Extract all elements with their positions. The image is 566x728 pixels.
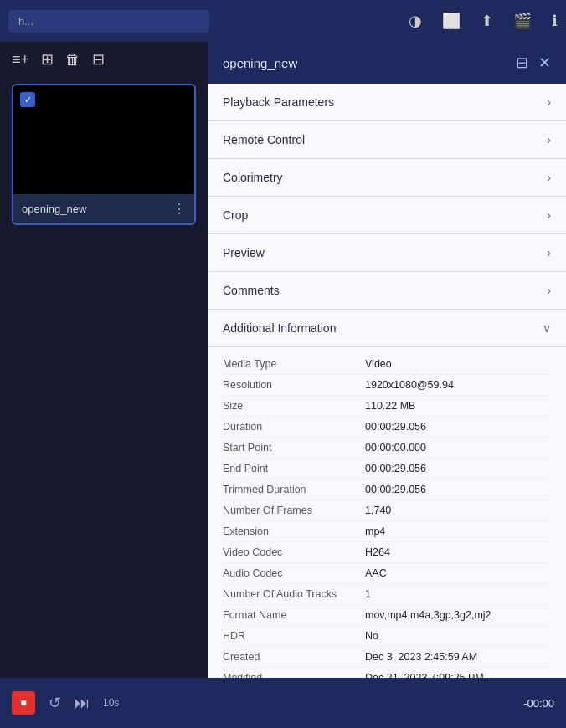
info-value: Dec 21, 2023 7:09:25 PM xyxy=(365,672,551,678)
film-icon[interactable]: 🎬 xyxy=(513,12,532,30)
accordion-colorimetry: Colorimetry › xyxy=(208,159,566,197)
add-clip-icon[interactable]: ⊞ xyxy=(41,50,54,69)
left-panel: ≡+ ⊞ 🗑 ⊟ ✓ opening_new ⋮ xyxy=(0,42,208,678)
panel-layout-icon[interactable]: ⊟ xyxy=(516,54,528,72)
info-value: H264 xyxy=(365,546,551,558)
additional-info-label: Additional Information xyxy=(223,321,336,335)
accordion-remote-control: Remote Control › xyxy=(208,121,566,159)
accordion-header-playback[interactable]: Playback Parameters › xyxy=(208,84,566,120)
chevron-right-icon-preview: › xyxy=(547,246,551,259)
table-row: Resolution1920x1080@59.94 xyxy=(223,375,551,396)
bottom-bar: ■ ↺ ⏭ 10s -00:00 xyxy=(0,678,566,728)
info-key: HDR xyxy=(223,630,365,642)
chevron-right-icon-remote: › xyxy=(547,133,551,146)
info-value: 1,740 xyxy=(365,505,551,516)
info-value: 1920x1080@59.94 xyxy=(365,379,551,391)
info-value: Video xyxy=(365,358,551,370)
table-row: Number Of Audio Tracks1 xyxy=(223,584,551,605)
info-key: Number Of Audio Tracks xyxy=(223,588,365,600)
accordion-label-preview: Preview xyxy=(223,246,265,259)
step-forward-icon[interactable]: ⏭ xyxy=(75,695,90,712)
info-key: Created xyxy=(223,651,365,663)
accordion-header-crop[interactable]: Crop › xyxy=(208,197,566,233)
accordion-label-remote: Remote Control xyxy=(223,133,305,146)
info-key: Media Type xyxy=(223,358,365,370)
table-row: Size110.22 MB xyxy=(223,396,551,417)
info-key: End Point xyxy=(223,463,365,474)
time-display: -00:00 xyxy=(523,697,554,710)
info-key: Video Codec xyxy=(223,546,365,558)
info-value: 1 xyxy=(365,588,551,600)
upload-icon[interactable]: ⬆ xyxy=(481,12,493,30)
accordion-header-remote[interactable]: Remote Control › xyxy=(208,121,566,158)
info-value: 00:00:29.056 xyxy=(365,463,551,474)
chevron-right-icon-colorimetry: › xyxy=(547,171,551,184)
info-key: Duration xyxy=(223,421,365,433)
info-key: Format Name xyxy=(223,609,365,621)
info-key: Modified xyxy=(223,672,365,678)
accordion-header-colorimetry[interactable]: Colorimetry › xyxy=(208,159,566,196)
info-value: Dec 3, 2023 2:45:59 AM xyxy=(365,651,551,663)
half-circle-icon[interactable]: ◑ xyxy=(409,12,422,30)
accordion-header-preview[interactable]: Preview › xyxy=(208,234,566,271)
add-list-icon[interactable]: ≡+ xyxy=(12,51,29,69)
search-input[interactable] xyxy=(8,10,209,33)
table-row: Extensionmp4 xyxy=(223,521,551,542)
info-value: No xyxy=(365,630,551,642)
accordion-comments: Comments › xyxy=(208,272,566,310)
info-value: AAC xyxy=(365,567,551,579)
table-row: HDRNo xyxy=(223,626,551,647)
ten-seconds-label: 10s xyxy=(103,697,119,709)
table-row: End Point00:00:29.056 xyxy=(223,459,551,479)
chevron-right-icon-crop: › xyxy=(547,208,551,222)
right-panel-header: opening_new ⊟ ✕ xyxy=(208,42,566,84)
info-value: mp4 xyxy=(365,525,551,537)
table-row: ModifiedDec 21, 2023 7:09:25 PM xyxy=(223,668,551,678)
table-row: Video CodecH264 xyxy=(223,542,551,563)
chevron-right-icon-playback: › xyxy=(547,95,551,109)
accordion-label-comments: Comments xyxy=(223,284,280,297)
table-row: Number Of Frames1,740 xyxy=(223,500,551,521)
top-bar: ◑ ⬜ ⬆ 🎬 ℹ xyxy=(0,0,566,42)
accordion-header-comments[interactable]: Comments › xyxy=(208,272,566,309)
table-row: Trimmed Duration00:00:29.056 xyxy=(223,479,551,500)
toolbar: ≡+ ⊞ 🗑 ⊟ xyxy=(0,42,208,77)
clip-card[interactable]: ✓ opening_new ⋮ xyxy=(12,84,196,225)
table-row: Audio CodecAAC xyxy=(223,563,551,584)
additional-info-header[interactable]: Additional Information ∨ xyxy=(208,310,566,347)
chevron-right-icon-comments: › xyxy=(547,284,551,297)
clip-footer: opening_new ⋮ xyxy=(13,194,194,223)
stop-button[interactable]: ■ xyxy=(12,691,35,715)
info-icon[interactable]: ℹ xyxy=(552,12,558,30)
accordion-crop: Crop › xyxy=(208,197,566,234)
accordion-label-crop: Crop xyxy=(223,208,248,222)
table-row: Start Point00:00:00.000 xyxy=(223,438,551,459)
accordion-preview: Preview › xyxy=(208,234,566,272)
table-row: CreatedDec 3, 2023 2:45:59 AM xyxy=(223,647,551,668)
clip-thumbnail: ✓ xyxy=(13,85,194,194)
right-panel-title: opening_new xyxy=(223,56,297,70)
delete-icon[interactable]: 🗑 xyxy=(65,51,80,69)
info-key: Size xyxy=(223,400,365,412)
info-value: mov,mp4,m4a,3gp,3g2,mj2 xyxy=(365,609,551,621)
info-key: Resolution xyxy=(223,379,365,391)
info-value: 00:00:29.056 xyxy=(365,484,551,495)
info-key: Trimmed Duration xyxy=(223,484,365,495)
info-value: 00:00:00.000 xyxy=(365,442,551,454)
info-value: 110.22 MB xyxy=(365,400,551,412)
info-table: Media TypeVideoResolution1920x1080@59.94… xyxy=(208,347,566,678)
top-icons: ◑ ⬜ ⬆ 🎬 ℹ xyxy=(409,12,558,30)
clip-check: ✓ xyxy=(20,92,35,107)
table-row: Media TypeVideo xyxy=(223,354,551,375)
table-row: Format Namemov,mp4,m4a,3gp,3g2,mj2 xyxy=(223,605,551,626)
accordion-label-colorimetry: Colorimetry xyxy=(223,171,283,184)
table-row: Duration00:00:29.056 xyxy=(223,417,551,438)
clip-name: opening_new xyxy=(22,203,86,215)
replay-icon[interactable]: ↺ xyxy=(49,694,61,712)
info-key: Audio Codec xyxy=(223,567,365,579)
close-icon[interactable]: ✕ xyxy=(538,54,551,72)
table-icon[interactable]: ⊟ xyxy=(92,50,105,69)
monitor-icon[interactable]: ⬜ xyxy=(442,12,461,30)
clip-context-menu-icon[interactable]: ⋮ xyxy=(172,201,186,217)
chevron-down-icon-additional: ∨ xyxy=(543,321,551,335)
